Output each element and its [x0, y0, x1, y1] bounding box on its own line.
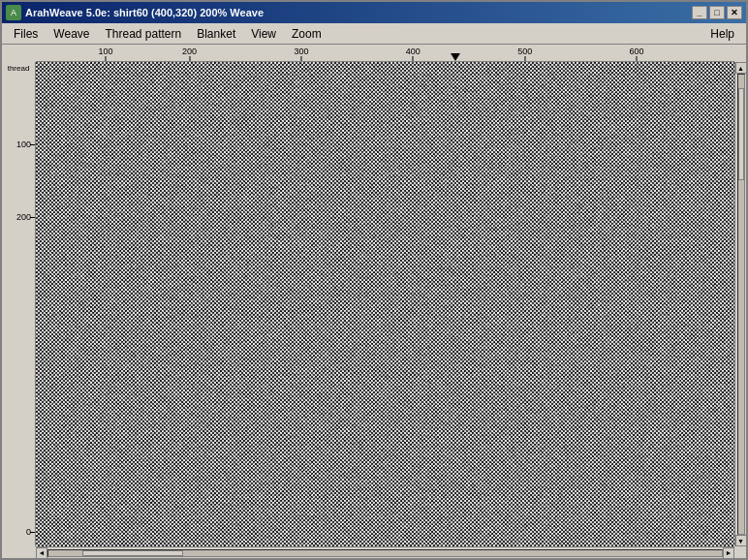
ruler-top: 100200300400500600: [36, 45, 734, 62]
maximize-button[interactable]: □: [709, 6, 725, 19]
ruler-tick-left: 200: [16, 212, 31, 222]
ruler-tick-top: 100: [99, 47, 113, 61]
main-window: A ArahWeave 5.0e: shirt60 (400,320) 200%…: [0, 0, 748, 560]
window-title: ArahWeave 5.0e: shirt60 (400,320) 200% W…: [25, 7, 264, 18]
scrollbar-v-up-button[interactable]: ▲: [735, 62, 747, 74]
ruler-tick-top: 400: [406, 47, 421, 61]
scrollbar-h-left-button[interactable]: ◄: [36, 547, 47, 559]
menu-blanket[interactable]: Blanket: [189, 25, 243, 43]
content-area: 100200300400500600 thread 1002000 ▲ ▼ ◄ …: [2, 45, 746, 558]
ruler-top-inner: 100200300400500600: [36, 45, 734, 61]
ruler-tick-top: 500: [517, 47, 532, 61]
title-buttons: _ □ ✕: [692, 6, 742, 19]
menu-bar: Files Weave Thread pattern Blanket View …: [2, 23, 746, 45]
menu-zoom[interactable]: Zoom: [284, 25, 329, 43]
scrollbar-v-thumb[interactable]: [738, 88, 744, 180]
close-button[interactable]: ✕: [727, 6, 742, 19]
ruler-tick-line: [30, 217, 35, 218]
scrollbar-v-track[interactable]: [737, 74, 745, 535]
scrollbar-h-thumb[interactable]: [82, 550, 183, 556]
ruler-tick-line: [30, 532, 35, 533]
menu-thread-pattern[interactable]: Thread pattern: [97, 25, 189, 43]
scrollbar-v-down-button[interactable]: ▼: [735, 535, 747, 546]
weave-pattern-canvas: [36, 62, 734, 546]
ruler-arrow: [451, 53, 460, 61]
scrollbar-horizontal: ◄ ►: [36, 546, 734, 558]
app-icon: A: [6, 5, 21, 20]
scrollbar-h-right-button[interactable]: ►: [723, 547, 734, 559]
scrollbar-vertical: ▲ ▼: [734, 62, 746, 546]
menu-files[interactable]: Files: [6, 25, 46, 43]
ruler-tick-top: 200: [182, 47, 197, 61]
title-bar-left: A ArahWeave 5.0e: shirt60 (400,320) 200%…: [6, 5, 264, 20]
menu-weave[interactable]: Weave: [46, 25, 97, 43]
ruler-tick-top: 600: [630, 47, 644, 61]
title-bar: A ArahWeave 5.0e: shirt60 (400,320) 200%…: [2, 2, 746, 23]
minimize-button[interactable]: _: [692, 6, 707, 19]
menu-help[interactable]: Help: [702, 25, 742, 43]
ruler-tick-line: [30, 144, 35, 145]
menu-view[interactable]: View: [243, 25, 284, 43]
thread-label: thread: [2, 62, 35, 73]
scrollbar-h-track[interactable]: [47, 549, 723, 557]
ruler-tick-left: 100: [16, 140, 31, 149]
ruler-tick-top: 300: [294, 47, 308, 61]
weave-canvas: [36, 62, 734, 546]
ruler-left: thread 1002000: [2, 62, 36, 546]
